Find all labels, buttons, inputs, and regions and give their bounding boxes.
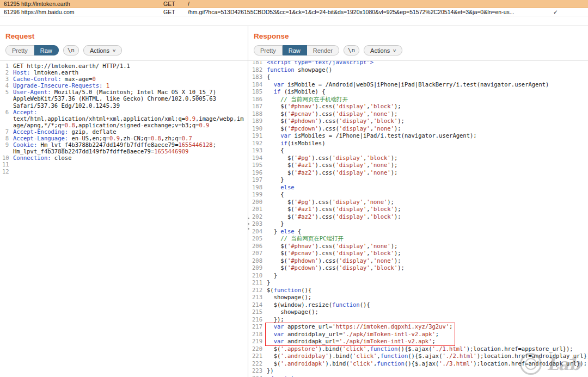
code-line: 7Accept-Encoding: gzip, deflate [2,128,246,135]
code-line: 184 var isMobile = /Android|webOS|iPhone… [250,81,586,89]
tab-raw[interactable]: Raw [283,45,307,55]
method-cell: GET [159,0,188,8]
code-text: $('#phdown').css('display','block'); [267,118,405,125]
line-number: 183 [250,73,262,81]
code-line: 186 // 当前网页在手机端打开 [250,96,586,103]
code-line: 12 [2,168,246,175]
line-number: 12 [2,168,9,175]
code-line: 199 { [250,191,586,199]
line-number: 196 [250,169,262,177]
code-text: $('#pcnav').css('display','none'); [267,110,397,118]
request-tabbar: PrettyRaw\nActions∨ [0,44,248,61]
code-line: 9Cookie: Hm_lvt_f4b3788b2247dd149fb7fdff… [2,141,246,154]
actions-label: Actions [90,47,109,54]
tab-pretty[interactable]: Pretty [5,45,34,55]
linebreak-toggle-button[interactable]: \n [63,45,79,55]
line-number: 190 [250,125,262,133]
code-line: 224</script> [250,375,586,377]
code-text: $('.androidplay').bind('click',function(… [267,353,588,360]
message-editor-panels: Request PrettyRaw\nActions∨ 1GET http://… [0,26,588,377]
line-number: 5 [2,89,9,108]
code-text: $('#pg').css('display','block'); [267,154,397,162]
code-line: 183{ [250,73,586,81]
line-number: 203 [250,220,262,228]
tab-raw[interactable]: Raw [34,45,59,55]
check-cell [546,0,588,8]
tab-pretty[interactable]: Pretty [254,45,283,55]
code-text [13,168,246,175]
http-history-table: 61295http://lmtoken.earthGET/61296https:… [0,0,588,16]
code-line: 192 if(isMobiles) [250,140,586,147]
line-number: 201 [250,206,262,213]
tab-render[interactable]: Render [307,45,339,55]
line-number: 220 [250,345,262,353]
line-number: 10 [2,154,9,161]
code-line: 217 var appstore_url='https://imtoken.dq… [250,323,586,331]
line-number: 191 [250,132,262,140]
code-text: $('#phnav').css('display','none'); [267,243,397,250]
code-line: 1GET http://lmtoken.earth/ HTTP/1.1 [2,63,246,69]
code-text: $('#az1').css('display','none'); [267,162,397,169]
line-number: 4 [2,82,9,89]
line-number: 216 [250,316,262,324]
code-text: if (isMobile) { [267,88,326,96]
linebreak-toggle-button[interactable]: \n [344,45,359,55]
code-text: } [267,272,277,280]
code-line: 2Host: lmtoken.earth [2,69,246,76]
code-text: Cache-Control: max-age=0 [13,76,246,82]
code-line: 220 $('.appstore').bind('click',function… [250,345,586,353]
line-number: 223 [250,367,262,375]
code-line: 181<script type="text/javascript"> [250,61,586,66]
code-line: 205 // 当前网页在PC端打开 [250,235,586,243]
history-row[interactable]: 61295http://lmtoken.earthGET/ [0,0,588,8]
code-line: 211} [250,279,586,287]
line-number: 1 [2,63,9,69]
code-text: GET http://lmtoken.earth/ HTTP/1.1 [13,63,246,69]
response-code[interactable]: 181<script type="text/javascript">182fun… [248,61,588,377]
code-line: 188 $('#pcnav').css('display','none'); [250,110,586,118]
code-text: { [267,147,284,154]
line-number: 188 [250,110,262,118]
code-text: var isMobiles = /iPhone|iPad/i.test(navi… [267,132,477,140]
code-text: { [267,191,284,199]
line-number: 212 [250,287,262,294]
history-row[interactable]: 61296https://hm.baidu.comGET/hm.gif?hca=… [0,8,588,16]
code-line: 11 [2,161,246,168]
code-text: Accept-Language: en-US,en;q=0.9,zh-CN;q=… [13,135,246,141]
url-cell: / [188,0,546,8]
chevron-down-icon: ∨ [393,48,397,53]
code-line: 222 $('.androidapk').bind('click',functi… [250,360,586,368]
line-number: 222 [250,360,262,368]
code-line: 8Accept-Language: en-US,en;q=0.9,zh-CN;q… [2,135,246,141]
host-cell: https://hm.baidu.com [20,8,159,16]
line-number: 182 [250,66,262,74]
code-text: // 当前网页在手机端打开 [267,96,348,103]
request-code[interactable]: 1GET http://lmtoken.earth/ HTTP/1.12Host… [0,61,248,377]
line-number: 207 [250,250,262,257]
code-line: 219 var androidapk_url='./apk/imToken-in… [250,338,586,345]
code-line: 194 $('#pg').css('display','block'); [250,154,586,162]
code-line: 182function showpage() [250,66,586,74]
line-number: 186 [250,96,262,103]
code-text: </script> [267,375,298,377]
line-number: 184 [250,81,262,89]
code-line: 187 $('#phnav').css('display','block'); [250,103,586,110]
code-text: Upgrade-Insecure-Requests: 1 [13,82,246,89]
code-text: $('#pcnav').css('display','block'); [267,250,401,257]
line-number: 189 [250,118,262,125]
actions-label: Actions [370,47,390,54]
line-number: 200 [250,199,262,206]
code-text: Host: lmtoken.earth [13,69,246,76]
actions-menu-button[interactable]: Actions∨ [364,45,402,55]
code-text: $('#pcdown').css('display','block'); [267,264,405,272]
line-number: 206 [250,243,262,250]
code-text: Accept-Encoding: gzip, deflate [13,128,246,135]
line-number: 8 [2,135,9,141]
panel-splitter-handle[interactable] [247,218,250,230]
actions-menu-button[interactable]: Actions∨ [83,45,122,55]
code-text: $('#az2').css('display','block'); [267,213,401,221]
line-number: 199 [250,191,262,199]
request-panel: Request PrettyRaw\nActions∨ 1GET http://… [0,26,248,377]
code-line: 213 showpage(); [250,294,586,301]
line-number: 187 [250,103,262,110]
